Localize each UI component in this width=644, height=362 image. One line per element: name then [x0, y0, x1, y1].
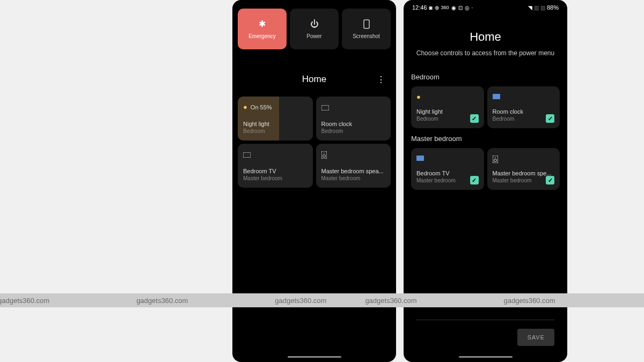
device-controls-grid: ● On 55% Night light Bedroom Room clock … — [232, 97, 396, 188]
checkbox-checked[interactable]: ✓ — [546, 114, 554, 123]
battery-percent: 88% — [547, 4, 559, 11]
home-section-header: Home ⋮ — [232, 58, 396, 97]
svg-point-5 — [324, 152, 325, 153]
control-status: On 55% — [251, 104, 272, 110]
control-master-speaker[interactable]: Master bedroom spea... Master bedroom — [316, 144, 391, 188]
watermark: gadgets360.com — [0, 297, 58, 305]
bulb-icon: ● — [416, 93, 479, 101]
svg-point-10 — [495, 157, 496, 158]
screenshot-icon — [363, 19, 370, 29]
speaker-icon — [321, 150, 327, 159]
select-room-clock[interactable]: Room clock Bedroom ✓ — [487, 86, 560, 128]
device-name: Night light — [416, 108, 479, 115]
svg-rect-6 — [493, 94, 500, 99]
svg-rect-1 — [321, 105, 329, 110]
section-title: Home — [302, 74, 326, 85]
checkbox-checked[interactable]: ✓ — [470, 114, 479, 123]
screenshot-button[interactable]: Screenshot — [342, 9, 391, 49]
bulb-icon: ● — [243, 103, 247, 111]
control-room: Bedroom — [321, 128, 386, 134]
control-name: Room clock — [321, 121, 386, 127]
signal-icon: ▨ — [540, 5, 545, 11]
control-room: Master bedroom — [243, 175, 308, 181]
watermark: gadgets360.com — [266, 297, 335, 305]
phone-screen-choose-controls: 12:46 ◙ ⊕ 360 ◉ ⊡ ◎ · ◥ ▨ ▨ 88% Home Cho… — [404, 0, 567, 362]
device-room: Master bedroom — [493, 178, 555, 183]
select-bedroom-tv[interactable]: Bedroom TV Master bedroom ✓ — [411, 148, 484, 190]
control-room: Master bedroom — [321, 175, 386, 181]
control-night-light[interactable]: ● On 55% Night light Bedroom — [238, 97, 313, 141]
status-time: 12:46 — [412, 4, 427, 11]
device-room: Master bedroom — [416, 178, 479, 183]
device-name: Master bedroom spe... — [493, 170, 555, 176]
emergency-label: Emergency — [248, 33, 276, 39]
phone-screen-power-menu: ✱ Emergency ⏻ Power Screenshot Home ⋮ ● … — [232, 0, 396, 362]
control-room-clock[interactable]: Room clock Bedroom — [316, 97, 391, 141]
status-bar: 12:46 ◙ ⊕ 360 ◉ ⊡ ◎ · ◥ ▨ ▨ 88% — [404, 0, 567, 15]
tv-icon — [321, 103, 329, 111]
watermark: gadgets360.com — [495, 297, 564, 305]
status-icon: ⊕ — [435, 5, 439, 11]
checkbox-checked[interactable]: ✓ — [470, 176, 479, 184]
select-master-speaker[interactable]: Master bedroom spe... Master bedroom ✓ — [487, 148, 560, 190]
status-icon: ⊡ — [458, 5, 463, 11]
emergency-icon: ✱ — [259, 19, 266, 29]
navigation-bar[interactable] — [288, 356, 341, 358]
screenshot-label: Screenshot — [353, 33, 380, 39]
speaker-icon — [493, 154, 555, 163]
tv-icon — [243, 150, 251, 158]
save-area: SAVE — [416, 320, 554, 346]
device-name: Room clock — [493, 108, 555, 115]
svg-point-4 — [323, 154, 325, 157]
control-bedroom-tv[interactable]: Bedroom TV Master bedroom — [238, 144, 313, 188]
checkbox-checked[interactable]: ✓ — [546, 176, 554, 184]
room-section-master-bedroom: Master bedroom Bedroom TV Master bedroom… — [404, 128, 567, 190]
emergency-button[interactable]: ✱ Emergency — [238, 9, 287, 49]
svg-point-9 — [494, 159, 496, 161]
device-name: Bedroom TV — [416, 170, 479, 176]
wifi-icon: ◥ — [528, 5, 532, 11]
svg-rect-0 — [364, 20, 369, 28]
watermark-bar: gadgets360.com gadgets360.com gadgets360… — [0, 293, 644, 307]
watermark: gadgets360.com — [356, 297, 425, 305]
svg-rect-2 — [243, 152, 251, 158]
control-name: Bedroom TV — [243, 168, 308, 174]
control-room: Bedroom — [243, 128, 308, 134]
quick-actions-row: ✱ Emergency ⏻ Power Screenshot — [232, 0, 396, 58]
status-icon: 360 — [441, 5, 449, 10]
page-title: Home — [413, 30, 558, 44]
status-icon: ◉ — [451, 5, 456, 11]
page-subtitle: Choose controls to access from the power… — [413, 49, 558, 57]
status-icon: ◎ — [465, 5, 470, 11]
room-label: Master bedroom — [411, 135, 560, 143]
header: Home Choose controls to access from the … — [404, 15, 567, 67]
status-icon: ◙ — [429, 5, 433, 11]
room-section-bedroom: Bedroom ● Night light Bedroom ✓ Room clo… — [404, 67, 567, 128]
watermark: gadgets360.com — [128, 297, 196, 305]
status-icon: · — [472, 5, 473, 11]
svg-rect-7 — [416, 156, 424, 161]
control-name: Master bedroom spea... — [321, 168, 386, 174]
tv-icon — [416, 154, 479, 161]
more-menu-icon[interactable]: ⋮ — [377, 75, 384, 85]
room-label: Bedroom — [411, 73, 560, 81]
device-room: Bedroom — [493, 116, 555, 122]
select-night-light[interactable]: ● Night light Bedroom ✓ — [411, 86, 484, 128]
navigation-bar[interactable] — [459, 356, 513, 358]
control-name: Night light — [243, 121, 308, 127]
save-button[interactable]: SAVE — [517, 329, 554, 346]
device-room: Bedroom — [416, 116, 479, 122]
power-label: Power — [306, 33, 321, 39]
power-button[interactable]: ⏻ Power — [290, 9, 339, 49]
power-icon: ⏻ — [310, 19, 319, 29]
signal-icon: ▨ — [534, 5, 539, 11]
clock-icon — [493, 93, 555, 99]
